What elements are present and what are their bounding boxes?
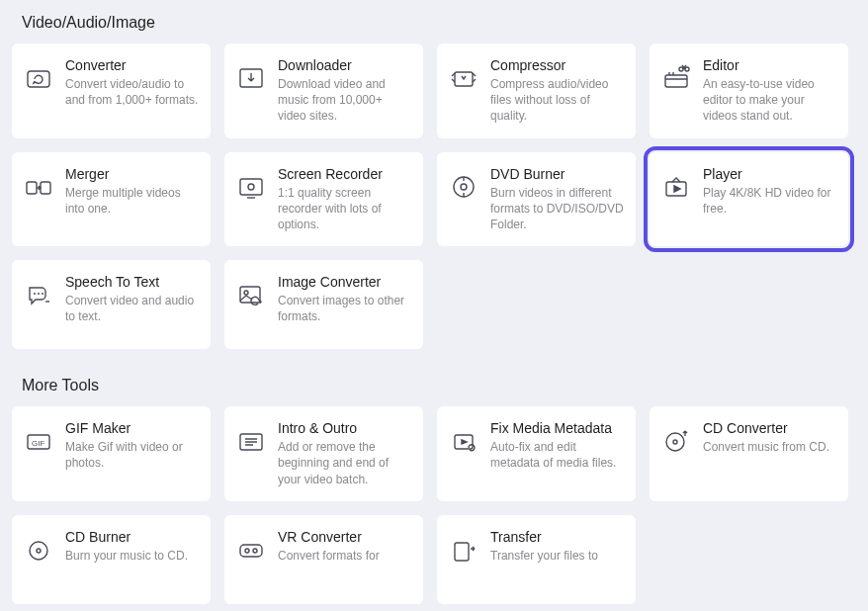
card-title: Screen Recorder xyxy=(278,166,411,182)
card-body: Intro & OutroAdd or remove the beginning… xyxy=(278,420,411,487)
tool-card-vrconv[interactable]: VR ConverterConvert formats for xyxy=(224,515,423,604)
download-tray-icon xyxy=(234,61,268,95)
card-body: Speech To TextConvert video and audio to… xyxy=(65,274,199,324)
tool-card-compressor[interactable]: CompressorCompress audio/video files wit… xyxy=(437,44,636,138)
tool-card-merger[interactable]: MergerMerge multiple videos into one. xyxy=(12,152,211,247)
image-refresh-icon xyxy=(234,278,268,311)
tool-card-converter[interactable]: ConverterConvert video/audio to and from… xyxy=(12,44,211,138)
tool-card-screenrec[interactable]: Screen Recorder1:1 quality screen record… xyxy=(224,152,423,247)
tool-card-editor[interactable]: EditorAn easy-to-use video editor to mak… xyxy=(650,44,848,138)
card-title: Intro & Outro xyxy=(278,420,411,436)
card-title: VR Converter xyxy=(278,529,411,545)
card-description: Add or remove the beginning and end of y… xyxy=(278,439,411,487)
card-title: Transfer xyxy=(490,529,624,545)
card-body: Fix Media MetadataAuto-fix and edit meta… xyxy=(490,420,624,471)
card-body: Screen Recorder1:1 quality screen record… xyxy=(278,166,411,233)
section-title: More Tools xyxy=(22,377,858,394)
card-title: DVD Burner xyxy=(490,166,624,182)
tv-play-icon xyxy=(659,170,693,204)
card-description: Transfer your files to xyxy=(490,548,624,564)
merge-icon xyxy=(22,170,55,204)
card-description: Merge multiple videos into one. xyxy=(65,185,199,217)
tool-grid: ConverterConvert video/audio to and from… xyxy=(12,44,858,349)
card-body: PlayerPlay 4K/8K HD video for free. xyxy=(703,166,836,217)
card-description: Auto-fix and edit metadata of media file… xyxy=(490,439,624,471)
card-body: CD BurnerBurn your music to CD. xyxy=(65,529,199,564)
card-description: Burn your music to CD. xyxy=(65,548,199,564)
card-description: Convert video/audio to and from 1,000+ f… xyxy=(65,76,199,108)
card-title: CD Burner xyxy=(65,529,199,545)
tool-card-downloader[interactable]: DownloaderDownload video and music from … xyxy=(224,44,423,138)
tool-grid: GIF MakerMake Gif with video or photos.I… xyxy=(12,406,858,604)
card-title: Fix Media Metadata xyxy=(490,420,624,436)
card-description: Make Gif with video or photos. xyxy=(65,439,199,471)
card-description: Burn videos in different formats to DVD/… xyxy=(490,185,624,233)
tool-card-transfer[interactable]: TransferTransfer your files to xyxy=(437,515,636,604)
scissors-film-icon xyxy=(659,61,693,95)
card-title: Editor xyxy=(703,57,836,73)
intro-icon xyxy=(234,424,268,458)
card-body: CD ConverterConvert music from CD. xyxy=(703,420,836,455)
tool-card-introoutro[interactable]: Intro & OutroAdd or remove the beginning… xyxy=(224,406,423,501)
card-title: Converter xyxy=(65,57,199,73)
card-description: Convert video and audio to text. xyxy=(65,293,199,324)
card-description: An easy-to-use video editor to make your… xyxy=(703,76,836,125)
card-body: DownloaderDownload video and music from … xyxy=(278,57,411,125)
compress-icon xyxy=(447,61,480,95)
tool-card-gifmaker[interactable]: GIF MakerMake Gif with video or photos. xyxy=(12,406,211,501)
card-description: Compress audio/video files without loss … xyxy=(490,76,624,125)
card-description: Convert images to other formats. xyxy=(278,293,411,324)
card-body: CompressorCompress audio/video files wit… xyxy=(490,57,624,125)
tool-card-player[interactable]: PlayerPlay 4K/8K HD video for free. xyxy=(650,152,848,247)
card-title: CD Converter xyxy=(703,420,836,436)
card-description: Convert music from CD. xyxy=(703,439,836,455)
card-body: GIF MakerMake Gif with video or photos. xyxy=(65,420,199,471)
refresh-camera-icon xyxy=(22,61,55,95)
tool-card-fixmeta[interactable]: Fix Media MetadataAuto-fix and edit meta… xyxy=(437,406,636,501)
card-body: TransferTransfer your files to xyxy=(490,529,624,564)
card-title: Speech To Text xyxy=(65,274,199,290)
disc-icon xyxy=(447,170,480,204)
card-description: Play 4K/8K HD video for free. xyxy=(703,185,836,217)
transfer-icon xyxy=(447,533,480,567)
card-title: Image Converter xyxy=(278,274,411,290)
tool-card-cdconv[interactable]: CD ConverterConvert music from CD. xyxy=(650,406,848,501)
tool-card-dvdburner[interactable]: DVD BurnerBurn videos in different forma… xyxy=(437,152,636,247)
cd-burn-icon xyxy=(22,533,55,567)
cd-up-icon xyxy=(659,424,693,458)
tool-card-cdburner[interactable]: CD BurnerBurn your music to CD. xyxy=(12,515,211,604)
card-body: MergerMerge multiple videos into one. xyxy=(65,166,199,217)
tools-page: Video/Audio/ImageConverterConvert video/… xyxy=(0,0,868,604)
speech-icon xyxy=(22,278,55,311)
section-title: Video/Audio/Image xyxy=(22,14,858,32)
card-title: GIF Maker xyxy=(65,420,199,436)
card-title: Merger xyxy=(65,166,199,182)
card-description: Download video and music from 10,000+ vi… xyxy=(278,76,411,125)
card-title: Downloader xyxy=(278,57,411,73)
card-body: Image ConverterConvert images to other f… xyxy=(278,274,411,324)
screen-record-icon xyxy=(234,170,268,204)
gif-icon xyxy=(22,424,55,458)
card-description: Convert formats for xyxy=(278,548,411,564)
card-title: Compressor xyxy=(490,57,624,73)
vr-icon xyxy=(234,533,268,567)
tool-card-stt[interactable]: Speech To TextConvert video and audio to… xyxy=(12,260,211,349)
card-body: ConverterConvert video/audio to and from… xyxy=(65,57,199,108)
card-title: Player xyxy=(703,166,836,182)
card-body: EditorAn easy-to-use video editor to mak… xyxy=(703,57,836,125)
card-description: 1:1 quality screen recorder with lots of… xyxy=(278,185,411,233)
metadata-icon xyxy=(447,424,480,458)
card-body: DVD BurnerBurn videos in different forma… xyxy=(490,166,624,233)
tool-card-imgconv[interactable]: Image ConverterConvert images to other f… xyxy=(224,260,423,349)
card-body: VR ConverterConvert formats for xyxy=(278,529,411,564)
